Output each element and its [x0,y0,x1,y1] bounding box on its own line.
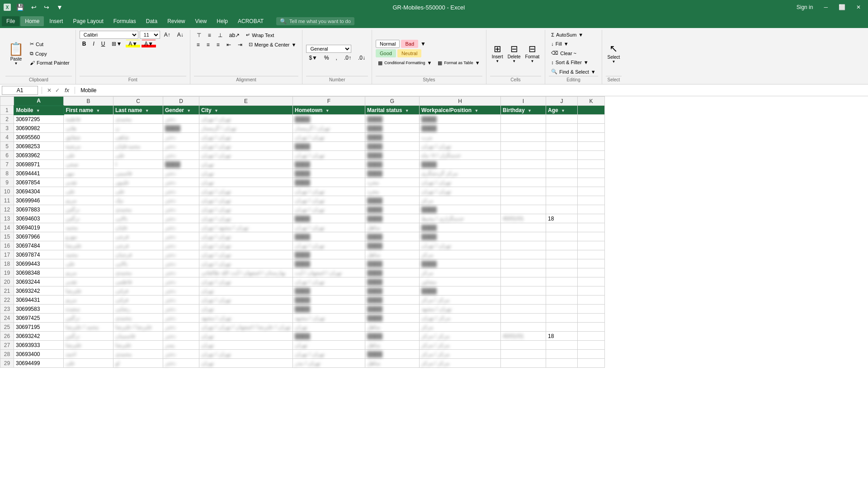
cell-g17[interactable]: متاهل [365,250,420,259]
redo-quick-btn[interactable]: ↪ [42,3,51,12]
cell-g25[interactable]: متاهل [365,323,420,332]
cell-b18[interactable]: علی [64,259,113,268]
number-format-select[interactable]: General [306,45,351,53]
cell-i9[interactable] [501,178,546,187]
formula-input[interactable] [79,86,866,95]
cell-k3[interactable] [578,124,605,133]
cell-k1[interactable] [578,106,605,115]
center-align-btn[interactable]: ≡ [204,41,212,49]
cell-i6[interactable] [501,151,546,160]
cell-e1[interactable]: City ▼ [199,106,293,115]
cell-k26[interactable] [578,332,605,341]
cell-a29[interactable]: 30694499 [14,359,64,368]
style-normal-box[interactable]: Normal [376,40,400,48]
cell-e10[interactable]: تهران / تهران [199,187,293,196]
menu-help[interactable]: Help [212,16,232,26]
cell-j19[interactable] [546,268,578,277]
cell-i25[interactable] [501,323,546,332]
col-header-b[interactable]: B [64,97,113,106]
cell-g1[interactable]: Marital status ▼ [365,106,420,115]
cell-d9[interactable]: دختر [163,178,199,187]
cell-e8[interactable]: تهران [199,169,293,178]
cell-d16[interactable]: دختر [163,241,199,250]
cell-c4[interactable]: شاهی [113,133,163,142]
sort-filter-btn[interactable]: ↕ Sort & Filter ▼ [549,58,598,66]
cell-k17[interactable] [578,250,605,259]
col-header-i[interactable]: I [501,97,546,106]
cell-k9[interactable] [578,178,605,187]
cell-b14[interactable]: محمد [64,223,113,232]
cell-d15[interactable]: دختر [163,232,199,241]
copy-btn[interactable]: ⧉ Copy [28,49,72,58]
cell-c2[interactable]: محمدی [113,115,163,124]
cell-b7[interactable]: ضحی [64,160,113,169]
italic-btn[interactable]: I [90,40,97,48]
cell-c13[interactable]: بالایی [113,214,163,223]
cell-a5[interactable]: 30698253 [14,142,64,151]
cell-h5[interactable]: تهران / تهران [420,142,501,151]
cell-k4[interactable] [578,133,605,142]
font-size-select[interactable]: 11 [140,31,160,39]
cell-g23[interactable]: ████ [365,305,420,314]
mid-align-btn[interactable]: ≡ [205,31,214,39]
cell-k20[interactable] [578,277,605,286]
undo-quick-btn[interactable]: ↩ [29,3,38,12]
cell-h9[interactable]: تهران / تهران [420,178,501,187]
cell-c3[interactable]: ن [113,124,163,133]
cell-h26[interactable]: مرکز / مرکز [420,332,501,341]
cell-f26[interactable]: ████ [293,332,365,341]
cell-a17[interactable]: 30697874 [14,250,64,259]
col-header-k[interactable]: K [578,97,605,106]
cell-a9[interactable]: 30697854 [14,178,64,187]
cell-a13[interactable]: 30694603 [14,214,64,223]
cell-f23[interactable]: ████ [293,305,365,314]
cell-i11[interactable] [501,196,546,205]
cell-g16[interactable]: ████ [365,241,420,250]
cell-b13[interactable]: نرگس [64,214,113,223]
cell-j9[interactable] [546,178,578,187]
cell-i1[interactable]: Birthday ▼ [501,106,546,115]
cell-i21[interactable] [501,286,546,296]
cell-f28[interactable]: تهران / تهران [293,350,365,359]
cell-c12[interactable]: محمدی [113,205,163,214]
cell-j5[interactable] [546,142,578,151]
cell-d28[interactable]: دختر [163,350,199,359]
font-increase-btn[interactable]: A↑ [161,31,173,39]
cell-b21[interactable]: علیرضا [64,286,113,296]
cell-g24[interactable]: ████ [365,314,420,323]
menu-data[interactable]: Data [142,16,162,26]
cell-f9[interactable]: ████ [293,178,365,187]
col-header-d[interactable]: D [163,97,199,106]
cell-a20[interactable]: 30693244 [14,277,64,286]
cell-b15[interactable]: مهرو [64,232,113,241]
cell-g28[interactable]: ████ [365,350,420,359]
cell-j29[interactable] [546,359,578,368]
cell-j2[interactable] [546,115,578,124]
cell-d8[interactable]: دختر [163,169,199,178]
cell-a11[interactable]: 30699946 [14,196,64,205]
cell-a22[interactable]: 30694431 [14,296,64,305]
cell-c22[interactable]: فراتی [113,296,163,305]
save-quick-btn[interactable]: 💾 [14,3,26,12]
top-align-btn[interactable]: ⊤ [194,31,204,39]
cell-c23[interactable]: رضایی [113,305,163,314]
bold-btn[interactable]: B [80,40,89,48]
cell-b1[interactable]: First name ▼ [64,106,113,115]
cell-a15[interactable]: 30697966 [14,232,64,241]
cell-a28[interactable]: 30693400 [14,350,64,359]
style-bad-box[interactable]: Bad [401,40,418,48]
cell-i10[interactable] [501,187,546,196]
cell-h3[interactable]: ████ [420,124,501,133]
cell-f3[interactable]: تهران / گرمسار [293,124,365,133]
delete-btn[interactable]: ⊟ Delete ▼ [506,42,523,65]
cell-a4[interactable]: 30695560 [14,133,64,142]
cell-f2[interactable]: ████ [293,115,365,124]
cell-g5[interactable]: ████ [365,142,420,151]
cell-k16[interactable] [578,241,605,250]
cell-g3[interactable]: ████ [365,124,420,133]
cell-d2[interactable]: دختر [163,115,199,124]
cell-c6[interactable]: علی [113,151,163,160]
cell-e4[interactable]: تهران / تهران [199,133,293,142]
cell-k6[interactable] [578,151,605,160]
cell-c17[interactable]: فرجیان [113,250,163,259]
